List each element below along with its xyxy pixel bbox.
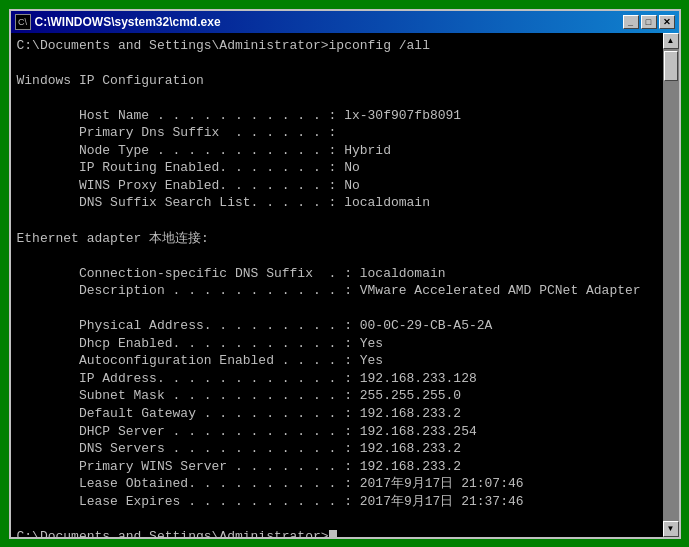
cmd-icon: C\ — [15, 14, 31, 30]
minimize-button[interactable]: _ — [623, 15, 639, 29]
close-button[interactable]: ✕ — [659, 15, 675, 29]
scroll-up-button[interactable]: ▲ — [663, 33, 679, 49]
title-bar-buttons: _ □ ✕ — [623, 15, 675, 29]
scroll-thumb[interactable] — [664, 51, 678, 81]
window-title: C:\WINDOWS\system32\cmd.exe — [35, 15, 221, 29]
title-bar-left: C\ C:\WINDOWS\system32\cmd.exe — [15, 14, 221, 30]
title-bar: C\ C:\WINDOWS\system32\cmd.exe _ □ ✕ — [11, 11, 679, 33]
terminal-output[interactable]: C:\Documents and Settings\Administrator>… — [11, 33, 663, 537]
scrollbar[interactable]: ▲ ▼ — [663, 33, 679, 537]
restore-button[interactable]: □ — [641, 15, 657, 29]
scroll-track[interactable] — [663, 49, 679, 521]
scroll-down-button[interactable]: ▼ — [663, 521, 679, 537]
terminal-cursor — [329, 530, 337, 537]
cmd-window: C\ C:\WINDOWS\system32\cmd.exe _ □ ✕ C:\… — [9, 9, 681, 539]
content-area: C:\Documents and Settings\Administrator>… — [11, 33, 679, 537]
